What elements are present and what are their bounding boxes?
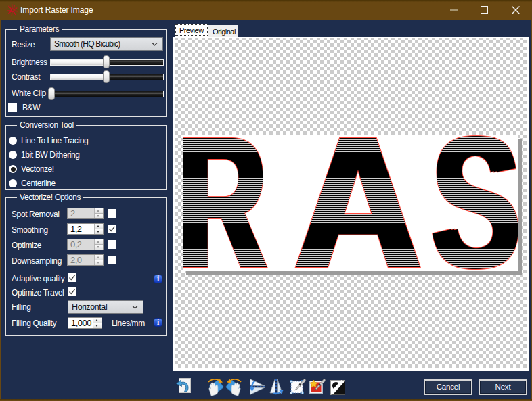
svg-text:A: A (298, 135, 424, 271)
svg-text:R: R (183, 135, 269, 271)
svg-text:S: S (435, 135, 518, 271)
